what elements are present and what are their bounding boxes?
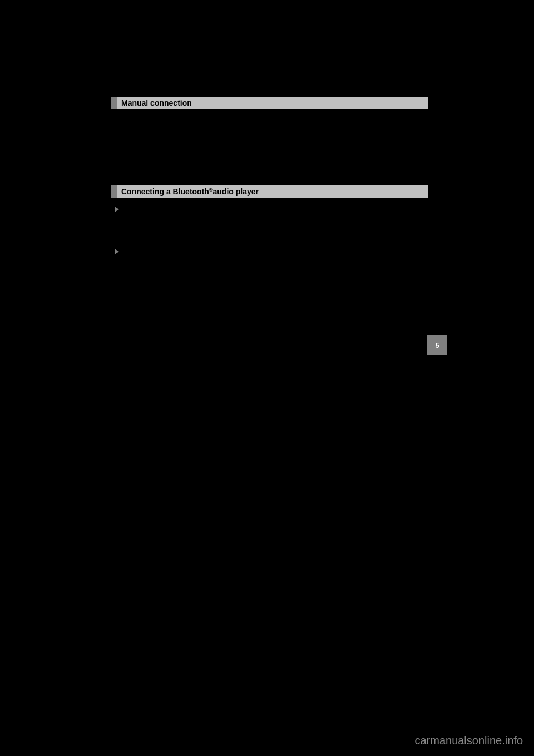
section-banner-connecting: Connecting a Bluetooth® audio player (111, 185, 428, 198)
triangle-icon (115, 249, 119, 254)
step-number-box: 2 (111, 276, 119, 283)
section-title-connecting: Connecting a Bluetooth® audio player (117, 185, 428, 198)
step-text: Select "Connect" on the Bluetooth® audio… (123, 217, 428, 228)
bullet-dot: ● (119, 313, 123, 323)
note-bullet-1: Bluetooth® audio will stop temporarily. (125, 313, 238, 323)
watermark: carmanualsonline.info (414, 734, 523, 747)
step-number-box: 1 (111, 261, 119, 268)
step-text: Follow the steps in "Connecting a Blueto… (123, 144, 428, 165)
note-body: ● Bluetooth® audio will stop temporarily… (111, 313, 428, 334)
sub-heading-text: Selecting a registered device (123, 247, 223, 257)
registering-step-2: 2 For more information: →P. 330 (111, 232, 428, 242)
step-text: For more information: →P. 331 (123, 274, 428, 285)
page-header: 5-9. Bluetooth® Phone 317 (72, 72, 428, 81)
step-xref: (→P. 331) (123, 154, 428, 165)
step-ref-box: 1 (330, 144, 338, 152)
sub-heading-text: Registering an additional device (123, 204, 234, 215)
manual-step-1: 1 Follow the steps in "Connecting a Blue… (111, 144, 428, 165)
chapter-label: Audio system (427, 359, 447, 369)
header-rule (72, 86, 428, 87)
note-bullet-2: It may take time to connect. (125, 324, 207, 334)
banner-accent (111, 185, 117, 198)
step-number-box: 2 (111, 233, 119, 240)
manual-footnote: *: Bluetooth is a registered trademark o… (111, 169, 428, 178)
footer-model-code: CAMRY_U (OM33C22U) (72, 729, 428, 735)
step-text: For more information: →P. 330 (123, 232, 428, 242)
note-heading-row: Connecting a phone while Bluetooth® audi… (111, 302, 428, 313)
note-bullet-icon (111, 305, 116, 309)
selecting-step-2: 2 For more information: →P. 331 (111, 274, 428, 285)
breadcrumb: 5-9. Bluetooth® Phone (72, 74, 134, 81)
step-text: Select "Connect" on the Bluetooth® audio… (123, 259, 428, 270)
section-title-manual: Manual connection (117, 97, 428, 109)
step-number-box: 1 (111, 218, 119, 226)
note-heading: Connecting a phone while Bluetooth® audi… (119, 302, 306, 313)
selecting-step-1: 1 Select "Connect" on the Bluetooth® aud… (111, 259, 428, 270)
registering-step-1: 1 Select "Connect" on the Bluetooth® aud… (111, 217, 428, 228)
chapter-tab: 5 (427, 335, 447, 355)
step-number-box: 1 (111, 145, 119, 153)
sub-heading-selecting: Selecting a registered device (111, 247, 428, 257)
section-banner-manual: Manual connection (111, 97, 428, 109)
bullet-dot: ● (119, 324, 123, 334)
page-number: 317 (416, 72, 428, 81)
sub-heading-registering: Registering an additional device (111, 204, 428, 215)
banner-accent (111, 97, 117, 109)
triangle-icon (115, 207, 119, 212)
separator-rule (72, 296, 428, 297)
manual-intro-text: When the auto connection has failed or "… (111, 116, 428, 137)
